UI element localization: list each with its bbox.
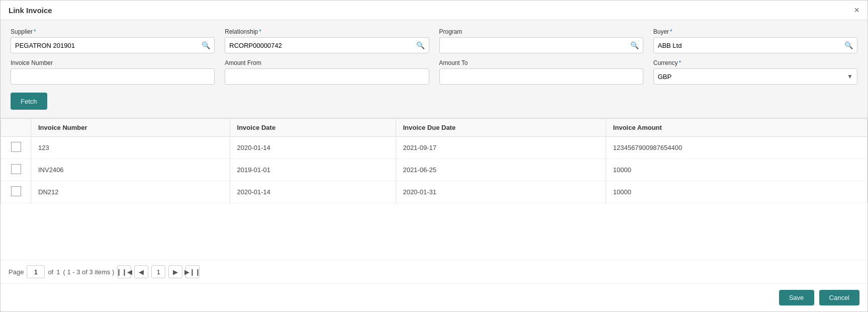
invoice-number-input[interactable] [11, 68, 215, 85]
table-header-row: Invoice Number Invoice Date Invoice Due … [1, 119, 867, 137]
modal-title: Link Invoice [9, 6, 52, 15]
fetch-button[interactable]: Fetch [11, 93, 47, 110]
row-checkbox[interactable] [11, 164, 21, 174]
row-invoice-amount: 1234567900987654400 [606, 137, 867, 159]
relationship-input-wrapper[interactable]: 🔍 [225, 37, 429, 53]
page-input[interactable] [27, 265, 45, 278]
first-page-button[interactable]: ❙❙◀ [117, 265, 131, 278]
close-button[interactable]: × [854, 6, 859, 15]
amount-from-group: Amount From [225, 59, 429, 85]
modal-footer: Save Cancel [1, 283, 867, 311]
supplier-group: Supplier* 🔍 [11, 28, 215, 53]
row-invoice-number: INV2406 [31, 159, 230, 181]
program-input[interactable] [444, 42, 630, 49]
buyer-group: Buyer* 🔍 [653, 28, 857, 53]
row-invoice-amount: 10000 [606, 159, 867, 181]
row-invoice-date: 2020-01-14 [230, 137, 396, 159]
relationship-input[interactable] [229, 42, 416, 49]
relationship-search-icon[interactable]: 🔍 [416, 41, 425, 49]
amount-from-label: Amount From [225, 59, 429, 66]
save-button[interactable]: Save [779, 290, 814, 305]
modal-header: Link Invoice × [1, 1, 867, 20]
current-page-box: 1 [151, 265, 165, 278]
pagination-info: ( 1 - 3 of 3 items ) [63, 268, 114, 276]
filter-row-1: Supplier* 🔍 Relationship* 🔍 [11, 28, 857, 53]
currency-required: * [679, 59, 681, 66]
table-row: 123 2020-01-14 2021-09-17 12345679009876… [1, 137, 867, 159]
last-page-button[interactable]: ▶❙❙ [185, 265, 200, 278]
program-group: Program 🔍 [439, 28, 643, 53]
amount-from-input[interactable] [225, 68, 429, 85]
table-row: DN212 2020-01-14 2020-01-31 10000 [1, 181, 867, 203]
supplier-input[interactable] [15, 42, 202, 49]
currency-dropdown-arrow: ▼ [847, 73, 853, 80]
relationship-label: Relationship* [225, 28, 429, 35]
amount-to-group: Amount To [439, 59, 643, 85]
supplier-search-icon[interactable]: 🔍 [202, 41, 210, 49]
row-invoice-date: 2019-01-01 [230, 159, 396, 181]
currency-select[interactable]: GBP USD EUR [658, 73, 847, 81]
row-invoice-amount: 10000 [606, 181, 867, 203]
buyer-label: Buyer* [653, 28, 857, 35]
relationship-required: * [259, 28, 261, 35]
supplier-required: * [34, 28, 36, 35]
row-invoice-due-date: 2021-06-25 [396, 159, 606, 181]
cancel-button[interactable]: Cancel [819, 290, 859, 305]
row-checkbox-cell[interactable] [1, 181, 31, 203]
pagination-bar: Page of 1 ( 1 - 3 of 3 items ) ❙❙◀ ◀ 1 ▶… [1, 260, 867, 283]
row-checkbox[interactable] [11, 186, 21, 196]
row-invoice-due-date: 2020-01-31 [396, 181, 606, 203]
program-input-wrapper[interactable]: 🔍 [439, 37, 643, 53]
invoice-number-group: Invoice Number [11, 59, 215, 85]
currency-label: Currency* [653, 59, 857, 66]
filter-row-2: Invoice Number Amount From Amount To Cur… [11, 59, 857, 85]
table-section: Invoice Number Invoice Date Invoice Due … [1, 118, 867, 260]
row-invoice-number: DN212 [31, 181, 230, 203]
supplier-input-wrapper[interactable]: 🔍 [11, 37, 215, 53]
row-checkbox-cell[interactable] [1, 159, 31, 181]
program-label: Program [439, 28, 643, 35]
relationship-group: Relationship* 🔍 [225, 28, 429, 53]
next-page-button[interactable]: ▶ [168, 265, 182, 278]
col-invoice-due-date: Invoice Due Date [396, 119, 606, 137]
buyer-required: * [670, 28, 672, 35]
invoice-number-label: Invoice Number [11, 59, 215, 66]
buyer-input[interactable] [658, 42, 844, 49]
col-invoice-amount: Invoice Amount [606, 119, 867, 137]
prev-page-button[interactable]: ◀ [134, 265, 148, 278]
link-invoice-modal: Link Invoice × Supplier* 🔍 Re [0, 0, 868, 312]
row-checkbox-cell[interactable] [1, 137, 31, 159]
currency-select-wrapper[interactable]: GBP USD EUR ▼ [653, 68, 857, 85]
col-invoice-date: Invoice Date [230, 119, 396, 137]
amount-to-input[interactable] [439, 68, 643, 85]
of-label: of [48, 268, 53, 276]
currency-group: Currency* GBP USD EUR ▼ [653, 59, 857, 85]
invoices-table: Invoice Number Invoice Date Invoice Due … [1, 118, 867, 203]
table-row: INV2406 2019-01-01 2021-06-25 10000 [1, 159, 867, 181]
col-checkbox [1, 119, 31, 137]
row-checkbox[interactable] [11, 142, 21, 152]
modal-body: Supplier* 🔍 Relationship* 🔍 [1, 20, 867, 283]
row-invoice-date: 2020-01-14 [230, 181, 396, 203]
of-value: 1 [56, 268, 60, 276]
amount-to-label: Amount To [439, 59, 643, 66]
supplier-label: Supplier* [11, 28, 215, 35]
buyer-search-icon[interactable]: 🔍 [844, 41, 853, 49]
buyer-input-wrapper[interactable]: 🔍 [653, 37, 857, 53]
page-label: Page [9, 268, 24, 276]
filter-section: Supplier* 🔍 Relationship* 🔍 [1, 20, 867, 118]
row-invoice-number: 123 [31, 137, 230, 159]
col-invoice-number: Invoice Number [31, 119, 230, 137]
program-search-icon[interactable]: 🔍 [630, 41, 639, 49]
row-invoice-due-date: 2021-09-17 [396, 137, 606, 159]
